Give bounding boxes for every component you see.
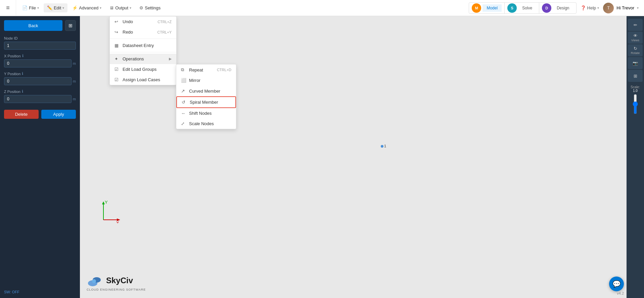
hamburger-button[interactable]: ≡	[0, 0, 16, 16]
camera-button[interactable]: 📷	[628, 57, 643, 69]
scale-value: 1.0	[631, 89, 640, 93]
repeat-shortcut: CTRL+D	[217, 68, 231, 72]
right-toolbar: ✏ 👁 Views ↻ Rotate 📷 ⊞ Scale: 1.0	[627, 16, 644, 298]
y-position-input-row: m	[4, 77, 76, 85]
views-label: Views	[631, 39, 639, 42]
node-id-group: Node ID 1	[4, 36, 76, 50]
model-tabs: M Model S Solve D Design	[469, 2, 576, 14]
navbar: ≡ 📄 File ▾ ✏️ Edit ▾ ⚡ Advanced ▾ 🖥 Outp…	[0, 0, 644, 16]
z-position-input[interactable]	[4, 95, 72, 103]
nav-file[interactable]: 📄 File ▾	[19, 3, 42, 12]
shift-nodes-icon: ↔	[181, 111, 186, 116]
svg-text:X: X	[116, 220, 119, 223]
menu-item-undo[interactable]: ↩ Undo CTRL+Z	[110, 16, 176, 27]
canvas-area[interactable]: ↩ Undo CTRL+Z ↪ Redo CTRL+Y ▦ Datasheet …	[80, 16, 627, 298]
submenu-item-repeat[interactable]: ⧉ Repeat CTRL+D	[176, 64, 236, 75]
output-icon: 🖥	[109, 5, 114, 10]
pencil-button[interactable]: ✏	[628, 19, 643, 31]
menu-item-edit-load-groups[interactable]: ☑ Edit Load Groups	[110, 64, 176, 74]
divider-2	[110, 52, 176, 52]
layers-button[interactable]: ⊞	[628, 70, 643, 82]
rotate-button[interactable]: ↻ Rotate	[628, 44, 643, 56]
menu-item-datasheet[interactable]: ▦ Datasheet Entry	[110, 40, 176, 51]
help-label: Help	[587, 5, 596, 10]
operations-arrow-icon: ▶	[169, 57, 172, 61]
edit-load-groups-icon: ☑	[114, 67, 120, 72]
layers-icon: ⊞	[634, 73, 637, 79]
sw-label: SW: OFF	[4, 287, 76, 294]
scale-label: Scale:	[631, 85, 640, 89]
edit-dropdown-menu: ↩ Undo CTRL+Z ↪ Redo CTRL+Y ▦ Datasheet …	[109, 16, 177, 85]
y-info-icon: ℹ	[22, 71, 23, 76]
x-position-input[interactable]: 0	[4, 59, 72, 67]
tab-solve[interactable]: Solve	[518, 4, 536, 12]
nav-edit-label: Edit	[54, 5, 61, 10]
y-position-group: Y Position ℹ m	[4, 71, 76, 85]
redo-shortcut: CTRL+Y	[157, 30, 172, 34]
help-button[interactable]: ❓ Help ▾	[581, 5, 599, 10]
skyciv-logo-text: SkyCiv	[106, 276, 133, 285]
eye-button[interactable]: 👁 Views	[628, 32, 643, 44]
nav-advanced[interactable]: ⚡ Advanced ▾	[69, 3, 105, 12]
nav-settings-label: Settings	[145, 5, 160, 10]
mirror-icon: ⬜	[181, 78, 186, 83]
svg-point-8	[92, 279, 96, 283]
node-id-select[interactable]: 1	[4, 42, 76, 50]
curved-member-icon: ↗	[181, 88, 186, 94]
design-icon: D	[542, 3, 551, 13]
y-unit: m	[73, 79, 76, 83]
menu-item-redo[interactable]: ↪ Redo CTRL+Y	[110, 27, 176, 37]
menu-item-operations[interactable]: ✦ Operations ▶	[110, 54, 176, 64]
advanced-icon: ⚡	[72, 5, 78, 10]
user-chevron-icon: ▾	[637, 6, 639, 10]
repeat-icon: ⧉	[181, 67, 186, 72]
svg-marker-1	[102, 201, 105, 204]
node-id-input-row: 1	[4, 42, 76, 50]
x-position-input-row: 0 m	[4, 59, 76, 67]
tab-model[interactable]: Model	[482, 4, 502, 12]
submenu-item-curved-member[interactable]: ↗ Curved Member	[176, 86, 236, 96]
redo-icon: ↪	[114, 30, 120, 35]
z-unit: m	[73, 97, 76, 101]
navbar-right: M Model S Solve D Design ❓ Help ▾ T Hi T…	[469, 2, 644, 14]
delete-button[interactable]: Delete	[4, 110, 39, 119]
scale-slider[interactable]	[633, 94, 638, 114]
z-position-group: Z Position ℹ m	[4, 89, 76, 103]
datasheet-icon: ▦	[114, 43, 120, 48]
nav-settings[interactable]: ⚙ Settings	[136, 3, 164, 12]
x-unit: m	[73, 61, 76, 65]
rotate-icon: ↻	[634, 46, 637, 51]
navbar-menu: 📄 File ▾ ✏️ Edit ▾ ⚡ Advanced ▾ 🖥 Output…	[16, 3, 469, 12]
settings-icon: ⚙	[139, 5, 143, 10]
submenu-item-shift-nodes[interactable]: ↔ Shift Nodes	[176, 108, 236, 118]
y-position-input[interactable]	[4, 77, 72, 85]
user-area[interactable]: T Hi Trevor ▾	[603, 3, 639, 13]
chat-button[interactable]: 💬	[609, 277, 624, 291]
z-info-icon: ℹ	[22, 89, 23, 94]
advanced-chevron-icon: ▾	[100, 6, 101, 10]
sidebar: Back ⊞ Node ID 1 X Position ℹ 0 m	[0, 16, 80, 298]
undo-icon: ↩	[114, 19, 120, 24]
grid-button[interactable]: ⊞	[65, 20, 76, 31]
user-label: Hi Trevor	[616, 5, 634, 10]
x-position-group: X Position ℹ 0 m	[4, 54, 76, 67]
submenu-item-spiral-member[interactable]: ↺ Spiral Member	[176, 96, 236, 108]
skyciv-sub-text: CLOUD ENGINEERING SOFTWARE	[87, 288, 146, 291]
tab-design[interactable]: Design	[553, 4, 573, 12]
node-label: 1	[384, 144, 386, 148]
nav-edit[interactable]: ✏️ Edit ▾	[44, 3, 67, 12]
back-button[interactable]: Back	[4, 20, 62, 31]
camera-icon: 📷	[633, 61, 638, 66]
edit-chevron-icon: ▾	[62, 6, 64, 10]
nav-file-label: File	[29, 5, 36, 10]
axis-indicator: Y X	[93, 200, 120, 224]
submenu-item-scale-nodes[interactable]: ⤢ Scale Nodes	[176, 118, 236, 129]
help-chevron-icon: ▾	[597, 6, 599, 10]
apply-button[interactable]: Apply	[41, 110, 76, 119]
nav-output[interactable]: 🖥 Output ▾	[106, 3, 135, 12]
menu-item-assign-load-cases[interactable]: ☑ Assign Load Cases	[110, 74, 176, 85]
sidebar-back-row: Back ⊞	[4, 20, 76, 31]
version-label: v4.2	[617, 291, 624, 295]
submenu-item-mirror[interactable]: ⬜ Mirror	[176, 75, 236, 86]
assign-load-cases-icon: ☑	[114, 77, 120, 82]
